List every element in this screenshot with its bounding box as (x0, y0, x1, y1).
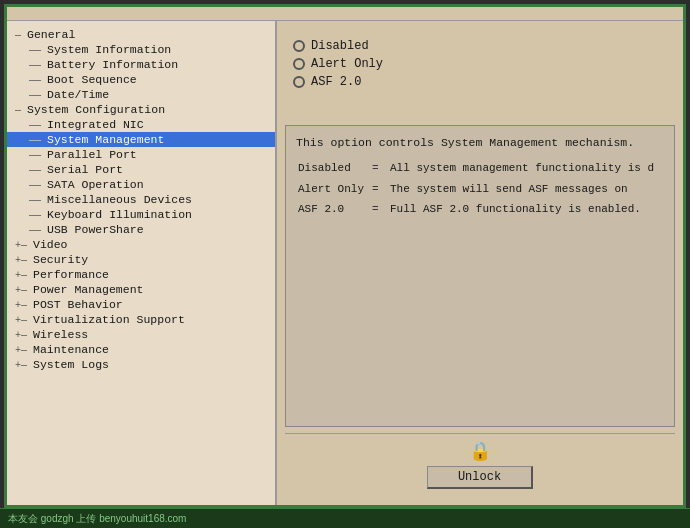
tree-prefix: —— (29, 45, 47, 56)
radio-label: Disabled (311, 39, 369, 53)
tree-item-kbd-illum[interactable]: —— Keyboard Illumination (7, 207, 275, 222)
status-text: 本友会 godzgh 上传 benyouhuit168.com (8, 512, 186, 526)
desc-key: ASF 2.0 (298, 200, 370, 219)
tree-item-usb-powershare[interactable]: —— USB PowerShare (7, 222, 275, 237)
tree-label: USB PowerShare (47, 223, 144, 236)
desc-title: This option controls System Management m… (296, 134, 664, 151)
tree-prefix: +— (15, 345, 33, 356)
tree-prefix: +— (15, 330, 33, 341)
tree-label: SATA Operation (47, 178, 144, 191)
tree-label: Integrated NIC (47, 118, 144, 131)
tree-label: Parallel Port (47, 148, 137, 161)
radio-label: Alert Only (311, 57, 383, 71)
tree-item-misc-devices[interactable]: —— Miscellaneous Devices (7, 192, 275, 207)
tree-item-maintenance[interactable]: +— Maintenance (7, 342, 275, 357)
right-panel: DisabledAlert OnlyASF 2.0 This option co… (277, 21, 683, 505)
tree-label: Video (33, 238, 68, 251)
tree-prefix: —— (29, 180, 47, 191)
tree-label: Security (33, 253, 88, 266)
tree-label: System Logs (33, 358, 109, 371)
tree-label: Performance (33, 268, 109, 281)
desc-value: The system will send ASF messages on (390, 180, 662, 199)
desc-key: Disabled (298, 159, 370, 178)
bottom-bar: 🔒 Unlock (285, 433, 675, 497)
tree-label: POST Behavior (33, 298, 123, 311)
tree-prefix: —— (29, 90, 47, 101)
tree-prefix: +— (15, 315, 33, 326)
desc-sep: = (372, 159, 388, 178)
tree-prefix: — (15, 105, 27, 116)
tree-label: Miscellaneous Devices (47, 193, 192, 206)
radio-option-disabled[interactable]: Disabled (293, 39, 667, 53)
tree-prefix: +— (15, 270, 33, 281)
main-content: — General—— System Information—— Battery… (7, 21, 683, 505)
tree-item-video[interactable]: +— Video (7, 237, 275, 252)
tree-item-serial-port[interactable]: —— Serial Port (7, 162, 275, 177)
desc-row: ASF 2.0=Full ASF 2.0 functionality is en… (298, 200, 662, 219)
tree-label: Date/Time (47, 88, 109, 101)
tree-label: Maintenance (33, 343, 109, 356)
desc-table: Disabled=All system management functiona… (296, 157, 664, 221)
tree-prefix: —— (29, 120, 47, 131)
tree-item-boot-sequence[interactable]: —— Boot Sequence (7, 72, 275, 87)
desc-row: Alert Only=The system will send ASF mess… (298, 180, 662, 199)
tree-item-wireless[interactable]: +— Wireless (7, 327, 275, 342)
tree-prefix: —— (29, 225, 47, 236)
radio-option-alert-only[interactable]: Alert Only (293, 57, 667, 71)
tree-label: Virtualization Support (33, 313, 185, 326)
top-bar (7, 7, 683, 21)
tree-prefix: —— (29, 195, 47, 206)
desc-key: Alert Only (298, 180, 370, 199)
tree-item-security[interactable]: +— Security (7, 252, 275, 267)
desc-sep: = (372, 200, 388, 219)
tree-item-virt-support[interactable]: +— Virtualization Support (7, 312, 275, 327)
tree-label: Boot Sequence (47, 73, 137, 86)
lock-icon: 🔒 (469, 440, 491, 462)
radio-circle (293, 76, 305, 88)
description-box: This option controls System Management m… (285, 125, 675, 427)
tree-label: System Information (47, 43, 171, 56)
tree-label: System Configuration (27, 103, 165, 116)
desc-sep: = (372, 180, 388, 199)
radio-option-asf-2[interactable]: ASF 2.0 (293, 75, 667, 89)
tree-item-system-info[interactable]: —— System Information (7, 42, 275, 57)
tree-prefix: +— (15, 285, 33, 296)
tree-label: Wireless (33, 328, 88, 341)
tree-prefix: +— (15, 300, 33, 311)
tree-prefix: +— (15, 255, 33, 266)
bios-frame: — General—— System Information—— Battery… (4, 4, 686, 508)
options-area: DisabledAlert OnlyASF 2.0 (285, 29, 675, 119)
tree-prefix: — (15, 30, 27, 41)
tree-item-sata-op[interactable]: —— SATA Operation (7, 177, 275, 192)
tree-item-integrated-nic[interactable]: —— Integrated NIC (7, 117, 275, 132)
tree-label: Serial Port (47, 163, 123, 176)
tree-prefix: —— (29, 60, 47, 71)
tree-label: Keyboard Illumination (47, 208, 192, 221)
tree-item-system-mgmt[interactable]: —— System Management (7, 132, 275, 147)
left-panel: — General—— System Information—— Battery… (7, 21, 277, 505)
tree-prefix: —— (29, 150, 47, 161)
radio-label: ASF 2.0 (311, 75, 361, 89)
tree-prefix: —— (29, 75, 47, 86)
tree-label: Battery Information (47, 58, 178, 71)
tree-prefix: +— (15, 240, 33, 251)
tree-item-post-behavior[interactable]: +— POST Behavior (7, 297, 275, 312)
status-bar: 本友会 godzgh 上传 benyouhuit168.com (0, 508, 690, 528)
tree-item-system-config[interactable]: — System Configuration (7, 102, 275, 117)
tree-item-battery-info[interactable]: —— Battery Information (7, 57, 275, 72)
tree-item-general[interactable]: — General (7, 27, 275, 42)
tree-prefix: —— (29, 135, 47, 146)
desc-value: Full ASF 2.0 functionality is enabled. (390, 200, 662, 219)
tree-item-performance[interactable]: +— Performance (7, 267, 275, 282)
tree-item-power-mgmt[interactable]: +— Power Management (7, 282, 275, 297)
desc-row: Disabled=All system management functiona… (298, 159, 662, 178)
tree-item-system-logs[interactable]: +— System Logs (7, 357, 275, 372)
desc-value: All system management functionality is d (390, 159, 662, 178)
tree-item-parallel-port[interactable]: —— Parallel Port (7, 147, 275, 162)
tree-item-date-time[interactable]: —— Date/Time (7, 87, 275, 102)
tree-label: General (27, 28, 75, 41)
tree-label: System Management (47, 133, 164, 146)
tree-prefix: +— (15, 360, 33, 371)
radio-circle (293, 40, 305, 52)
unlock-button[interactable]: Unlock (427, 466, 533, 489)
